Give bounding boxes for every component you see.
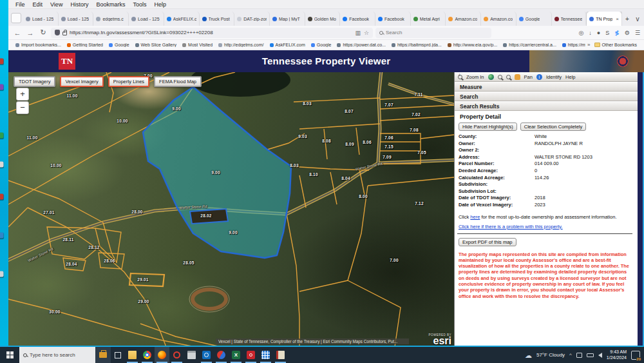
desktop-icon[interactable] <box>0 233 4 239</box>
accordion-section-header[interactable]: Search Results <box>455 101 638 111</box>
taskbar-firefox[interactable] <box>155 347 169 363</box>
taskbar-outlook[interactable] <box>199 347 214 363</box>
task-view-button[interactable] <box>111 349 125 361</box>
taskbar-acrobat[interactable] <box>243 347 258 363</box>
menu-item[interactable]: Edit <box>30 1 46 8</box>
weather-text[interactable]: 57°F Cloudy <box>536 352 565 358</box>
browser-tab[interactable]: Tennessee <box>552 12 587 26</box>
taskbar-clock[interactable]: 9:43 AM 1/24/2024 <box>607 349 627 360</box>
hamburger-menu-icon[interactable]: ☰ <box>635 30 640 36</box>
identify-tool-icon[interactable] <box>536 74 542 80</box>
desktop-icon[interactable] <box>0 84 4 90</box>
taskbar-app[interactable] <box>214 347 229 363</box>
bookmark-item[interactable]: https://power.dat.co... <box>335 43 388 47</box>
browser-tab[interactable]: Metal Agri <box>411 12 446 26</box>
download-icon[interactable]: ↓ <box>589 30 592 36</box>
start-button[interactable] <box>0 347 19 363</box>
bookmark-item[interactable]: Most Visited <box>180 43 214 47</box>
layer-toggle-button[interactable]: FEMA Flood Map <box>154 76 202 87</box>
reload-button[interactable]: ↻ <box>38 28 48 37</box>
bookmark-item[interactable]: http://edgetms.com/ <box>216 43 265 47</box>
desktop-icon[interactable] <box>0 59 4 64</box>
menu-item[interactable]: File <box>12 1 28 8</box>
browser-tab[interactable]: Load - 125 <box>23 12 59 26</box>
lightning-icon[interactable]: ≸ <box>614 30 620 36</box>
identify-tool-label[interactable]: Identify <box>546 74 562 80</box>
forward-button[interactable]: → <box>25 29 35 37</box>
lock-icon[interactable] <box>62 32 67 35</box>
help-menu[interactable]: Help <box>565 74 575 80</box>
bookmark-item[interactable]: Web Slice Gallery <box>133 43 179 47</box>
back-button[interactable]: ← <box>12 29 23 37</box>
taskbar-fax[interactable] <box>184 347 199 363</box>
browser-tab[interactable]: Amazon.co <box>481 12 516 26</box>
layer-toggle-button[interactable]: TDOT Imagery <box>14 76 55 87</box>
adblock-icon[interactable]: ● <box>597 30 600 36</box>
tab-list-button[interactable]: v <box>632 15 643 23</box>
browser-tab[interactable]: edgetms.c <box>93 12 129 26</box>
new-tab-button[interactable]: + <box>622 15 632 23</box>
browser-tab[interactable]: AskFELIX.c <box>164 12 200 26</box>
accordion-section-header[interactable]: Measure <box>455 82 638 92</box>
search-bar[interactable]: Search <box>375 28 491 38</box>
menu-item[interactable]: Tools <box>129 1 149 8</box>
zoom-in-tool-label[interactable]: Zoom In <box>466 74 484 80</box>
briefcase-app-button[interactable] <box>95 347 111 363</box>
browser-tab[interactable]: Truck Post <box>200 12 235 26</box>
report-problem-link[interactable]: Click here if there is a problem with th… <box>459 224 563 230</box>
taskbar-calculator[interactable] <box>258 347 273 363</box>
taskbar-excel[interactable] <box>229 347 243 363</box>
hidden-icons-chevron[interactable]: ^ <box>569 352 572 358</box>
browser-tab[interactable]: Load - 125 <box>59 12 94 26</box>
weather-icon[interactable]: ☁ <box>525 352 532 358</box>
bookmark-item[interactable]: Google <box>107 43 131 47</box>
tracking-shield-icon[interactable] <box>55 30 60 35</box>
bookmark-item[interactable]: Import bookmarks... <box>14 43 63 47</box>
extensions-icon[interactable]: ⚙ <box>625 30 630 36</box>
layer-toggle-button[interactable]: Property Lines <box>108 76 149 87</box>
taskbar-search[interactable]: Type here to search <box>19 347 95 363</box>
taskbar-notes[interactable] <box>273 347 288 363</box>
taskbar-opera[interactable] <box>169 347 184 363</box>
assessment-link[interactable]: here <box>470 214 480 220</box>
desktop-icon[interactable] <box>0 194 4 200</box>
layer-toggle-button[interactable]: Vexcel Imagery <box>60 76 103 87</box>
onedrive-icon[interactable] <box>576 353 582 358</box>
bookmark-item[interactable]: https://baitmsprd.jda... <box>390 43 444 47</box>
bookmark-item[interactable]: Google <box>309 43 334 47</box>
menu-item[interactable]: History <box>67 1 91 8</box>
browser-tab[interactable]: Amazon.co <box>446 12 481 26</box>
bookmark-item[interactable]: http://www.eia.gov/p... <box>446 43 499 47</box>
browser-tab[interactable]: TN Prop <box>587 12 622 26</box>
map-canvas[interactable]: 11.0010.0011.0010.009.009.009.007.008.03… <box>8 72 454 347</box>
pocket-icon[interactable]: ◎ <box>578 30 583 36</box>
browser-tab[interactable]: Load - 125 <box>129 12 164 26</box>
zoom-out-tool-icon[interactable] <box>498 75 502 79</box>
property-detail-header[interactable]: Property Detail <box>455 111 638 122</box>
bookmark-item[interactable]: AskFELIX.com <box>268 43 307 47</box>
browser-tab[interactable]: Google <box>516 12 552 26</box>
bookmark-item[interactable]: https://carriercentral.a... <box>501 43 558 47</box>
battery-icon[interactable] <box>587 353 594 357</box>
tab-library-icon[interactable] <box>11 13 21 23</box>
taskbar-file-explorer[interactable] <box>125 347 140 363</box>
pan-tool-icon[interactable] <box>515 74 520 80</box>
desktop-icon[interactable] <box>0 271 4 277</box>
accordion-section-header[interactable]: Search <box>455 92 638 101</box>
zoom-out-button[interactable]: − <box>16 101 29 114</box>
desktop-icon[interactable] <box>0 133 4 139</box>
bookmark-item[interactable]: Getting Started <box>65 43 105 47</box>
clear-selection-button[interactable]: Clear Selection Completely <box>520 123 586 131</box>
notification-center-icon[interactable]: 20 <box>631 351 640 360</box>
reader-mode-icon[interactable]: ▥ <box>355 30 361 36</box>
browser-tab[interactable]: Facebook <box>340 12 375 26</box>
address-bar[interactable]: https://tnmap.tn.gov/assessment/?GISLink… <box>51 28 373 38</box>
extension-s-icon[interactable]: S <box>605 30 609 36</box>
browser-tab[interactable]: DAT-zip-zone- <box>234 12 270 26</box>
menu-item[interactable]: Help <box>151 1 169 8</box>
bookmark-star-icon[interactable]: ☆ <box>364 30 369 36</box>
zoom-in-button[interactable]: + <box>16 88 29 101</box>
browser-tab[interactable]: Golden Mo <box>305 12 341 26</box>
export-pdf-button[interactable]: Export PDF of this map <box>459 238 516 246</box>
zoom-in-tool-icon[interactable] <box>458 75 462 79</box>
